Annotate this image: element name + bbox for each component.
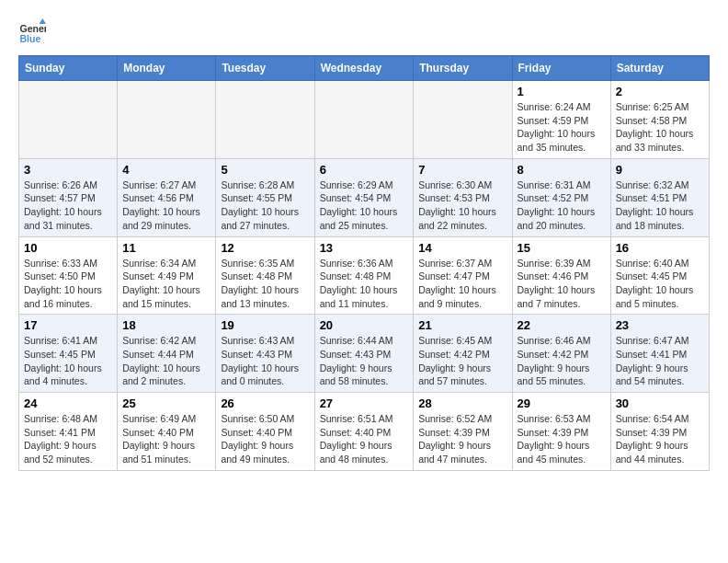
day-number: 16 bbox=[616, 241, 704, 255]
day-number: 18 bbox=[122, 318, 210, 332]
weekday-header: Tuesday bbox=[216, 56, 314, 81]
calendar-day-cell: 15Sunrise: 6:39 AM Sunset: 4:46 PM Dayli… bbox=[512, 236, 610, 315]
calendar-day-cell: 20Sunrise: 6:44 AM Sunset: 4:43 PM Dayli… bbox=[314, 315, 414, 393]
day-number: 28 bbox=[418, 396, 506, 410]
day-number: 22 bbox=[518, 318, 606, 332]
day-info: Sunrise: 6:28 AM Sunset: 4:55 PM Dayligh… bbox=[221, 178, 309, 233]
day-number: 15 bbox=[518, 241, 606, 255]
day-number: 4 bbox=[122, 163, 210, 177]
calendar-day-cell: 4Sunrise: 6:27 AM Sunset: 4:56 PM Daylig… bbox=[118, 158, 216, 236]
calendar-day-cell: 26Sunrise: 6:50 AM Sunset: 4:40 PM Dayli… bbox=[216, 393, 314, 471]
calendar-day-cell: 12Sunrise: 6:35 AM Sunset: 4:48 PM Dayli… bbox=[216, 236, 314, 315]
day-info: Sunrise: 6:24 AM Sunset: 4:59 PM Dayligh… bbox=[518, 100, 606, 155]
day-number: 17 bbox=[24, 318, 112, 332]
day-number: 10 bbox=[24, 241, 112, 255]
calendar-day-cell: 18Sunrise: 6:42 AM Sunset: 4:44 PM Dayli… bbox=[118, 315, 216, 393]
calendar-day-cell: 13Sunrise: 6:36 AM Sunset: 4:48 PM Dayli… bbox=[314, 236, 414, 315]
calendar-table: SundayMondayTuesdayWednesdayThursdayFrid… bbox=[18, 55, 710, 471]
calendar-day-cell: 23Sunrise: 6:47 AM Sunset: 4:41 PM Dayli… bbox=[610, 315, 709, 393]
calendar-week-row: 1Sunrise: 6:24 AM Sunset: 4:59 PM Daylig… bbox=[19, 81, 710, 159]
calendar-day-cell bbox=[216, 81, 314, 159]
calendar-week-row: 17Sunrise: 6:41 AM Sunset: 4:45 PM Dayli… bbox=[19, 315, 710, 393]
calendar-day-cell: 25Sunrise: 6:49 AM Sunset: 4:40 PM Dayli… bbox=[118, 393, 216, 471]
calendar-day-cell: 6Sunrise: 6:29 AM Sunset: 4:54 PM Daylig… bbox=[314, 158, 414, 236]
day-info: Sunrise: 6:33 AM Sunset: 4:50 PM Dayligh… bbox=[24, 257, 112, 311]
day-info: Sunrise: 6:42 AM Sunset: 4:44 PM Dayligh… bbox=[122, 334, 210, 388]
day-info: Sunrise: 6:53 AM Sunset: 4:39 PM Dayligh… bbox=[518, 412, 606, 466]
calendar-day-cell: 19Sunrise: 6:43 AM Sunset: 4:43 PM Dayli… bbox=[216, 315, 314, 393]
day-number: 29 bbox=[518, 396, 606, 410]
calendar-week-row: 24Sunrise: 6:48 AM Sunset: 4:41 PM Dayli… bbox=[19, 393, 710, 471]
day-number: 9 bbox=[616, 163, 704, 177]
day-number: 11 bbox=[122, 241, 210, 255]
calendar-day-cell bbox=[314, 81, 414, 159]
day-number: 21 bbox=[418, 318, 506, 332]
day-info: Sunrise: 6:43 AM Sunset: 4:43 PM Dayligh… bbox=[221, 334, 309, 388]
day-number: 2 bbox=[616, 85, 704, 98]
day-info: Sunrise: 6:44 AM Sunset: 4:43 PM Dayligh… bbox=[320, 334, 409, 388]
day-info: Sunrise: 6:29 AM Sunset: 4:54 PM Dayligh… bbox=[320, 178, 409, 233]
weekday-header: Saturday bbox=[610, 56, 709, 81]
header-row: SundayMondayTuesdayWednesdayThursdayFrid… bbox=[19, 56, 710, 81]
day-number: 20 bbox=[320, 318, 409, 332]
day-info: Sunrise: 6:34 AM Sunset: 4:49 PM Dayligh… bbox=[122, 257, 210, 311]
day-info: Sunrise: 6:25 AM Sunset: 4:58 PM Dayligh… bbox=[616, 100, 704, 155]
day-info: Sunrise: 6:48 AM Sunset: 4:41 PM Dayligh… bbox=[24, 412, 112, 466]
day-info: Sunrise: 6:45 AM Sunset: 4:42 PM Dayligh… bbox=[418, 334, 506, 388]
calendar-day-cell bbox=[118, 81, 216, 159]
day-number: 5 bbox=[221, 163, 309, 177]
day-number: 1 bbox=[518, 85, 606, 98]
calendar-day-cell: 28Sunrise: 6:52 AM Sunset: 4:39 PM Dayli… bbox=[414, 393, 512, 471]
calendar-day-cell: 5Sunrise: 6:28 AM Sunset: 4:55 PM Daylig… bbox=[216, 158, 314, 236]
weekday-header: Friday bbox=[512, 56, 610, 81]
weekday-header: Wednesday bbox=[314, 56, 414, 81]
day-number: 24 bbox=[24, 396, 112, 410]
day-number: 8 bbox=[518, 163, 606, 177]
calendar-day-cell: 16Sunrise: 6:40 AM Sunset: 4:45 PM Dayli… bbox=[610, 236, 709, 315]
calendar-day-cell: 17Sunrise: 6:41 AM Sunset: 4:45 PM Dayli… bbox=[19, 315, 118, 393]
day-number: 27 bbox=[320, 396, 409, 410]
calendar-day-cell: 10Sunrise: 6:33 AM Sunset: 4:50 PM Dayli… bbox=[19, 236, 118, 315]
calendar-day-cell: 7Sunrise: 6:30 AM Sunset: 4:53 PM Daylig… bbox=[414, 158, 512, 236]
day-info: Sunrise: 6:30 AM Sunset: 4:53 PM Dayligh… bbox=[418, 178, 506, 233]
calendar-day-cell: 21Sunrise: 6:45 AM Sunset: 4:42 PM Dayli… bbox=[414, 315, 512, 393]
calendar-day-cell bbox=[19, 81, 118, 159]
day-number: 7 bbox=[418, 163, 506, 177]
logo-icon: General Blue bbox=[18, 18, 46, 46]
day-number: 23 bbox=[616, 318, 704, 332]
day-number: 6 bbox=[320, 163, 409, 177]
day-number: 25 bbox=[122, 396, 210, 410]
calendar-day-cell: 3Sunrise: 6:26 AM Sunset: 4:57 PM Daylig… bbox=[19, 158, 118, 236]
weekday-header: Thursday bbox=[414, 56, 512, 81]
day-info: Sunrise: 6:37 AM Sunset: 4:47 PM Dayligh… bbox=[418, 257, 506, 311]
day-info: Sunrise: 6:47 AM Sunset: 4:41 PM Dayligh… bbox=[616, 334, 704, 388]
day-number: 12 bbox=[221, 241, 309, 255]
day-number: 13 bbox=[320, 241, 409, 255]
logo: General Blue bbox=[18, 18, 53, 46]
day-info: Sunrise: 6:32 AM Sunset: 4:51 PM Dayligh… bbox=[616, 178, 704, 233]
day-number: 26 bbox=[221, 396, 309, 410]
svg-text:Blue: Blue bbox=[20, 33, 41, 44]
day-number: 19 bbox=[221, 318, 309, 332]
calendar-day-cell: 8Sunrise: 6:31 AM Sunset: 4:52 PM Daylig… bbox=[512, 158, 610, 236]
day-info: Sunrise: 6:27 AM Sunset: 4:56 PM Dayligh… bbox=[122, 178, 210, 233]
day-info: Sunrise: 6:39 AM Sunset: 4:46 PM Dayligh… bbox=[518, 257, 606, 311]
calendar-day-cell: 11Sunrise: 6:34 AM Sunset: 4:49 PM Dayli… bbox=[118, 236, 216, 315]
day-info: Sunrise: 6:35 AM Sunset: 4:48 PM Dayligh… bbox=[221, 257, 309, 311]
calendar-day-cell: 22Sunrise: 6:46 AM Sunset: 4:42 PM Dayli… bbox=[512, 315, 610, 393]
day-info: Sunrise: 6:31 AM Sunset: 4:52 PM Dayligh… bbox=[518, 178, 606, 233]
weekday-header: Monday bbox=[118, 56, 216, 81]
day-info: Sunrise: 6:46 AM Sunset: 4:42 PM Dayligh… bbox=[518, 334, 606, 388]
calendar-day-cell: 2Sunrise: 6:25 AM Sunset: 4:58 PM Daylig… bbox=[610, 81, 709, 159]
calendar-day-cell: 24Sunrise: 6:48 AM Sunset: 4:41 PM Dayli… bbox=[19, 393, 118, 471]
calendar-day-cell: 27Sunrise: 6:51 AM Sunset: 4:40 PM Dayli… bbox=[314, 393, 414, 471]
day-number: 30 bbox=[616, 396, 704, 410]
calendar-day-cell: 30Sunrise: 6:54 AM Sunset: 4:39 PM Dayli… bbox=[610, 393, 709, 471]
day-number: 14 bbox=[418, 241, 506, 255]
page-header: General Blue bbox=[18, 18, 710, 46]
day-info: Sunrise: 6:51 AM Sunset: 4:40 PM Dayligh… bbox=[320, 412, 409, 466]
weekday-header: Sunday bbox=[19, 56, 118, 81]
day-info: Sunrise: 6:52 AM Sunset: 4:39 PM Dayligh… bbox=[418, 412, 506, 466]
day-info: Sunrise: 6:36 AM Sunset: 4:48 PM Dayligh… bbox=[320, 257, 409, 311]
calendar-day-cell: 14Sunrise: 6:37 AM Sunset: 4:47 PM Dayli… bbox=[414, 236, 512, 315]
